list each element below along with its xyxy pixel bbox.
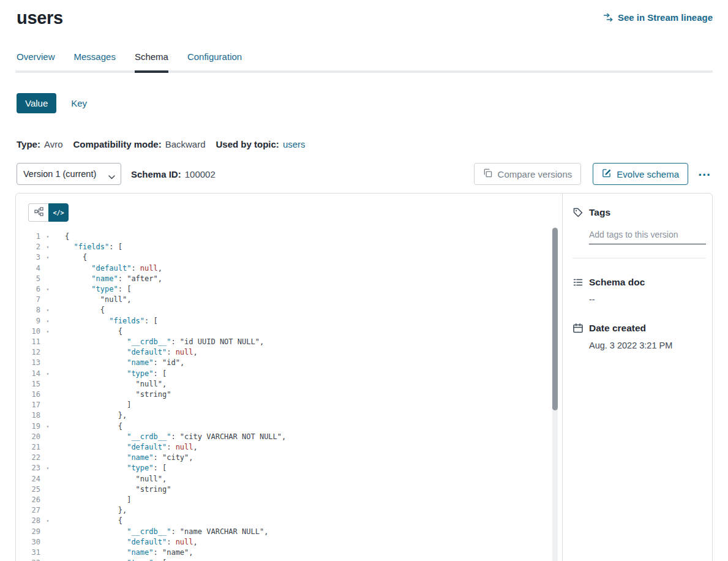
line-number: 23 [28,463,40,473]
code-text: ] [65,495,131,505]
line-number: 4 [28,263,40,274]
line-number: 29 [28,527,40,537]
schema-meta-row: Type:Avro Compatibility mode:Backward Us… [17,139,728,149]
used-by-topic-group: Used by topic:users [216,139,306,149]
type-value: Avro [44,139,63,149]
code-line: 11 "__crdb__": "id UUID NOT NULL", [28,337,562,347]
fold-toggle-icon[interactable]: ▾ [40,305,55,315]
code-line: 20 "__crdb__": "city VARCHAR NOT NULL", [28,432,562,442]
stream-lineage-label: See in Stream lineage [618,12,713,23]
tree-view-button[interactable] [28,203,48,222]
code-view-button[interactable]: </> [48,203,69,222]
fold-spacer [40,474,55,484]
code-line: 23▾ "type": [ [28,463,562,473]
compatibility-value: Backward [165,139,206,149]
key-toggle-button[interactable]: Key [71,98,87,108]
tab-messages[interactable]: Messages [74,51,116,70]
fold-toggle-icon[interactable]: ▾ [40,316,55,326]
schema-doc-header: Schema doc [572,277,706,288]
fold-toggle-icon[interactable]: ▾ [40,232,55,242]
evolve-schema-label: Evolve schema [617,169,679,179]
editor-scrollbar[interactable] [552,227,558,561]
code-text: "default": null, [65,263,162,274]
fold-toggle-icon[interactable]: ▾ [40,463,55,473]
tab-configuration[interactable]: Configuration [187,51,242,70]
code-text: { [65,305,105,315]
code-line: 22 "name": "city", [28,453,562,463]
edit-schema-icon [602,168,611,179]
value-toggle-button[interactable]: Value [17,93,56,113]
code-text: "default": null, [65,442,198,453]
code-text: "name": "after", [65,274,162,284]
version-bar: Version 1 (current) Schema ID: 100002 Co… [17,163,713,185]
fold-toggle-icon[interactable]: ▾ [40,326,55,337]
fold-spacer [40,358,55,368]
line-number: 1 [28,232,40,242]
line-number: 6 [28,284,40,295]
fold-toggle-icon[interactable]: ▾ [40,284,55,295]
line-number: 19 [28,421,40,432]
tab-schema[interactable]: Schema [135,51,168,73]
line-number: 8 [28,305,40,315]
add-tags-input[interactable] [589,230,706,244]
code-text: "name": "id", [65,358,184,368]
code-text: "__crdb__": "city VARCHAR NOT NULL", [65,432,286,442]
used-by-topic-label: Used by topic: [216,139,279,149]
line-number: 18 [28,410,40,421]
line-number: 31 [28,548,40,558]
fold-toggle-icon[interactable]: ▾ [40,242,55,252]
tab-bar: Overview Messages Schema Configuration [15,51,713,73]
fold-spacer [40,347,55,358]
editor-view-toggle: </> [28,203,562,222]
code-line: 19▾ { [28,421,562,432]
fold-toggle-icon[interactable]: ▾ [40,369,55,379]
line-number: 3 [28,252,40,263]
code-text: { [65,326,122,337]
code-text: "null", [65,379,167,390]
code-line: 1▾{ [28,232,562,242]
fold-toggle-icon[interactable]: ▾ [40,558,55,561]
code-line: 27 }, [28,505,562,516]
tree-view-icon [34,207,43,218]
fold-toggle-icon[interactable]: ▾ [40,421,55,432]
fold-spacer [40,505,55,516]
schema-doc-section: Schema doc -- [572,277,706,304]
code-text: "null", [65,295,131,305]
code-text: "type": [ [65,369,167,379]
line-number: 22 [28,453,40,463]
code-text: "fields": [ [65,316,158,326]
fold-spacer [40,432,55,442]
compare-versions-button[interactable]: Compare versions [474,163,582,185]
schema-doc-value: -- [589,295,706,304]
line-number: 10 [28,326,40,337]
version-select[interactable]: Version 1 (current) [17,163,121,185]
line-number: 30 [28,537,40,548]
stream-lineage-link[interactable]: See in Stream lineage [603,12,713,23]
line-number: 9 [28,316,40,326]
line-number: 28 [28,516,40,526]
code-text: "default": null, [65,537,198,548]
code-line: 16 "string" [28,390,562,400]
code-text: "__crdb__": "id UUID NOT NULL", [65,337,264,347]
code-text: { [65,516,122,526]
code-lines: 1▾{2▾ "fields": [3▾ {4 "default": null,5… [28,232,562,561]
code-text: ] [65,400,131,410]
code-line: 13 "name": "id", [28,358,562,368]
topic-link[interactable]: users [283,139,306,149]
tab-overview[interactable]: Overview [17,51,55,70]
code-line: 28▾ { [28,516,562,526]
fold-toggle-icon[interactable]: ▾ [40,516,55,526]
code-text: "type": [ [65,558,167,561]
more-options-button[interactable]: ⋯ [697,165,713,183]
code-line: 4 "default": null, [28,263,562,274]
evolve-schema-button[interactable]: Evolve schema [593,163,688,185]
schema-id-value: 100002 [185,169,216,179]
code-line: 12 "default": null, [28,347,562,358]
scrollbar-thumb[interactable] [552,228,558,410]
code-text: "type": [ [65,463,167,473]
code-line: 31 "name": "name", [28,548,562,558]
fold-toggle-icon[interactable]: ▾ [40,252,55,263]
fold-spacer [40,484,55,495]
fold-spacer [40,274,55,284]
line-number: 12 [28,347,40,358]
